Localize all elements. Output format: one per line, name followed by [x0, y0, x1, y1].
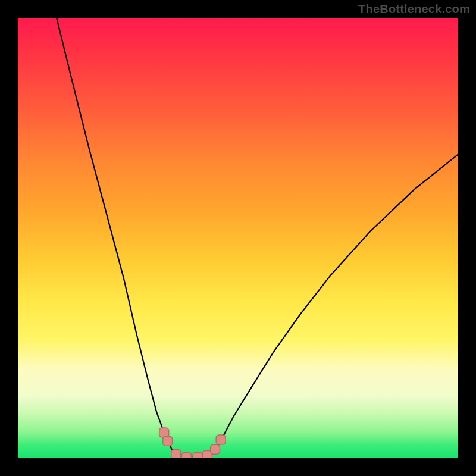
chart-frame: TheBottleneck.com — [0, 0, 476, 476]
valley-marker — [171, 449, 181, 458]
valley-marker — [211, 444, 220, 454]
chart-svg — [18, 18, 458, 458]
bottleneck-curve — [57, 18, 458, 458]
valley-marker — [193, 452, 202, 458]
valley-marker — [181, 452, 191, 458]
plot-background — [18, 18, 458, 458]
valley-marker-group — [159, 428, 226, 458]
valley-marker — [216, 435, 226, 444]
watermark-text: TheBottleneck.com — [358, 2, 470, 16]
valley-marker — [163, 436, 173, 446]
